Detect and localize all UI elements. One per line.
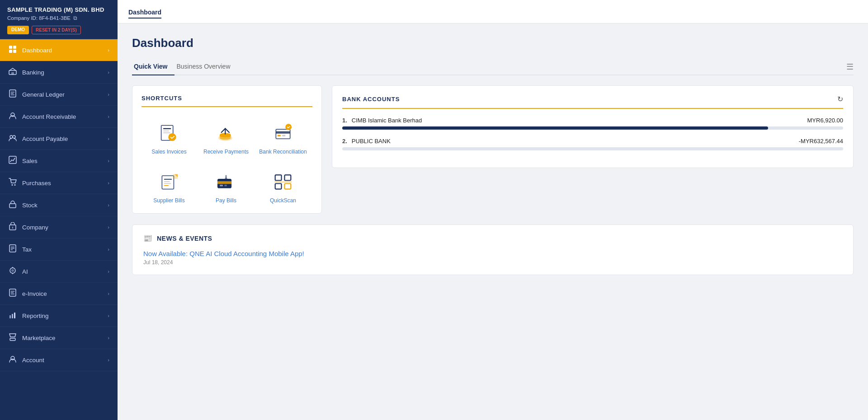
- svg-rect-51: [162, 176, 174, 189]
- svg-rect-16: [9, 204, 16, 208]
- tax-icon: [8, 244, 17, 254]
- supplier-bills-label: Supplier Bills: [153, 197, 184, 205]
- svg-point-41: [168, 133, 176, 141]
- svg-rect-1: [13, 46, 16, 49]
- chevron-company: ›: [108, 224, 109, 230]
- shortcuts-title: SHORTCUTS: [142, 95, 312, 107]
- sidebar-item-purchases[interactable]: Purchases ›: [0, 172, 118, 194]
- svg-rect-48: [282, 135, 285, 136]
- topbar-tab[interactable]: Dashboard: [128, 7, 161, 19]
- tab-quick-view[interactable]: Quick View: [132, 59, 175, 75]
- svg-point-49: [285, 124, 292, 130]
- bank-name: CIMB Islamic Bank Berhad: [352, 117, 807, 124]
- chevron-marketplace: ›: [108, 335, 109, 341]
- sidebar-item-account[interactable]: Account ›: [0, 349, 118, 371]
- shortcut-bank-reconciliation[interactable]: Bank Reconciliation: [255, 115, 311, 160]
- svg-rect-0: [9, 46, 12, 49]
- svg-rect-60: [225, 175, 226, 179]
- svg-rect-33: [14, 313, 15, 318]
- sidebar-label-company: Company: [22, 224, 48, 231]
- sidebar-item-account-payable[interactable]: Account Payable ›: [0, 128, 118, 150]
- bank-reconciliation-icon: [270, 121, 296, 145]
- sidebar-label-account-receivable: Account Receivable: [22, 113, 76, 120]
- svg-rect-2: [9, 50, 12, 53]
- chevron-banking: ›: [108, 70, 109, 75]
- bank-accounts-list: 1. CIMB Islamic Bank Berhad MYR6,920.00 …: [342, 117, 843, 150]
- sidebar-item-marketplace[interactable]: Marketplace ›: [0, 327, 118, 349]
- sidebar-item-reporting[interactable]: Reporting ›: [0, 305, 118, 327]
- bank-accounts-panel: BANK ACCOUNTS ↻ 1. CIMB Islamic Bank Ber…: [332, 85, 854, 168]
- sidebar-item-general-ledger[interactable]: General Ledger ›: [0, 84, 118, 106]
- panels-row: SHORTCUTS: [132, 85, 854, 214]
- sidebar-label-tax: Tax: [22, 246, 32, 253]
- sales-icon: [8, 156, 17, 166]
- svg-rect-53: [164, 181, 170, 182]
- svg-rect-38: [163, 128, 171, 129]
- shortcut-sales-invoices[interactable]: Sales Invoices: [142, 115, 197, 160]
- shortcut-receive-payments[interactable]: Receive Payments: [198, 115, 254, 160]
- svg-rect-40: [163, 132, 170, 133]
- news-header: 📰 NEWS & EVENTS: [143, 234, 842, 243]
- svg-rect-62: [284, 175, 291, 180]
- sidebar-label-general-ledger: General Ledger: [22, 91, 65, 98]
- svg-rect-34: [10, 338, 15, 341]
- chevron-sales: ›: [108, 158, 109, 163]
- sidebar-item-tax[interactable]: Tax ›: [0, 238, 118, 261]
- sidebar-item-banking[interactable]: Banking ›: [0, 61, 118, 84]
- dashboard-icon: [8, 45, 17, 55]
- page-title: Dashboard: [132, 36, 854, 50]
- pay-bills-icon: [213, 170, 239, 194]
- sidebar-label-dashboard: Dashboard: [22, 47, 52, 54]
- purchases-icon: [8, 178, 17, 188]
- sidebar-label-banking: Banking: [22, 69, 44, 76]
- news-item-title[interactable]: Now Available: QNE AI Cloud Accounting M…: [143, 250, 842, 257]
- svg-rect-55: [164, 185, 169, 186]
- stock-icon: [8, 200, 17, 210]
- shortcut-quickscan[interactable]: QuickScan: [255, 164, 311, 209]
- bank-progress-track: [342, 126, 843, 130]
- sidebar-label-marketplace: Marketplace: [22, 335, 56, 341]
- quickscan-icon: [270, 170, 296, 194]
- supplier-bills-icon: [156, 170, 182, 194]
- company-id: Company ID: 8F4-B41-3BE: [7, 15, 71, 21]
- sidebar-item-company[interactable]: Company ›: [0, 216, 118, 238]
- refresh-icon[interactable]: ↻: [837, 95, 843, 103]
- chevron-ai: ›: [108, 269, 109, 274]
- topbar: Dashboard: [118, 0, 868, 23]
- shortcut-supplier-bills[interactable]: Supplier Bills: [142, 164, 197, 209]
- sidebar-item-account-receivable[interactable]: Account Receivable ›: [0, 106, 118, 128]
- account-payable-icon: [8, 134, 17, 144]
- tabs-row: Quick View Business Overview ☰: [132, 59, 854, 75]
- marketplace-icon: [8, 333, 17, 343]
- shortcut-pay-bills[interactable]: Pay Bills: [198, 164, 254, 209]
- sidebar-item-stock[interactable]: Stock ›: [0, 194, 118, 216]
- bank-name: PUBLIC BANK: [352, 138, 799, 145]
- receive-payments-label: Receive Payments: [203, 149, 249, 156]
- svg-rect-3: [13, 50, 16, 53]
- tab-business-overview[interactable]: Business Overview: [175, 59, 237, 75]
- news-panel: 📰 NEWS & EVENTS Now Available: QNE AI Cl…: [132, 224, 854, 275]
- svg-point-12: [13, 135, 15, 138]
- sidebar-item-sales[interactable]: Sales ›: [0, 150, 118, 172]
- reporting-icon: [8, 311, 17, 321]
- svg-rect-54: [164, 183, 171, 184]
- sidebar-item-dashboard[interactable]: Dashboard ›: [0, 39, 118, 61]
- svg-rect-64: [284, 183, 291, 189]
- svg-rect-13: [9, 156, 16, 163]
- menu-icon[interactable]: ☰: [846, 62, 854, 72]
- sidebar-label-reporting: Reporting: [22, 313, 49, 319]
- svg-rect-5: [11, 72, 14, 75]
- shortcuts-grid: Sales Invoices: [142, 115, 312, 209]
- svg-rect-57: [217, 181, 231, 184]
- reset-badge[interactable]: RESET IN 2 DAY(S): [32, 26, 81, 34]
- news-list: Now Available: QNE AI Cloud Accounting M…: [143, 250, 842, 266]
- sidebar-item-ai[interactable]: AI ›: [0, 261, 118, 283]
- chevron-e-invoice: ›: [108, 291, 109, 296]
- sidebar-item-e-invoice[interactable]: e-Invoice ›: [0, 283, 118, 305]
- copy-icon[interactable]: ⧉: [73, 15, 77, 21]
- bank-row: 1. CIMB Islamic Bank Berhad MYR6,920.00: [342, 117, 843, 130]
- quickscan-label: QuickScan: [270, 197, 296, 205]
- tab-list: Quick View Business Overview: [132, 59, 238, 75]
- svg-rect-58: [220, 185, 223, 186]
- svg-rect-47: [278, 135, 281, 136]
